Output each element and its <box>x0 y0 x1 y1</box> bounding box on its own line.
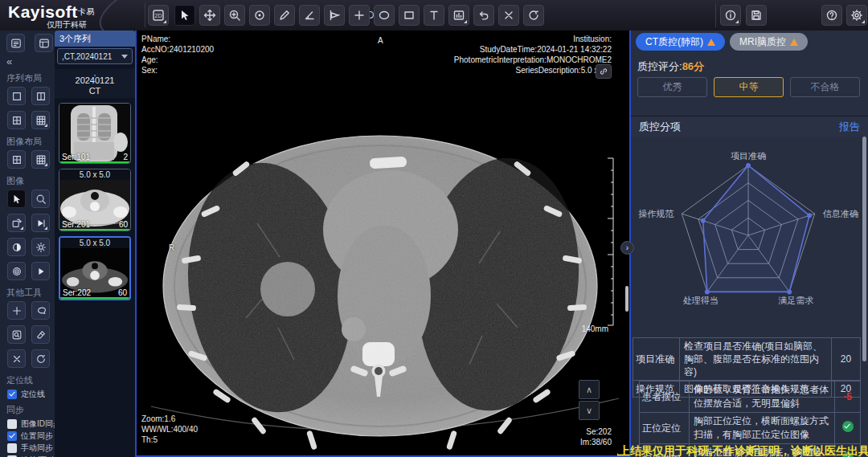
zoom-in-tool-button[interactable] <box>224 5 245 26</box>
image-play-icon[interactable] <box>31 262 50 280</box>
table-row: 患者摆位 仰卧位，双臂上举抱头，患者体位摆放合适，无明显偏斜 -5 <box>640 382 861 413</box>
scroll-up-button[interactable]: ∧ <box>579 380 600 399</box>
text-tool-button[interactable] <box>424 5 444 26</box>
report-link[interactable]: 报告 <box>839 120 860 134</box>
group-date: 20240121 <box>55 75 135 86</box>
crosshair-tool-button[interactable] <box>349 5 370 26</box>
layout-3x3-icon[interactable] <box>31 111 50 129</box>
grade-fail-button[interactable]: 不合格 <box>790 77 860 97</box>
image-target-icon[interactable] <box>7 262 26 280</box>
svg-text:处理得当: 处理得当 <box>683 296 719 305</box>
cobb-angle-tool-button[interactable] <box>324 5 345 26</box>
panel-expander-button[interactable]: › <box>620 241 634 255</box>
section-title-image: 图像 <box>0 172 55 190</box>
orientation-marker-anterior: A <box>378 35 383 46</box>
checkbox-checked-icon <box>7 431 17 441</box>
panel-layout-icon[interactable] <box>35 34 53 52</box>
tools-reset-icon[interactable] <box>31 349 50 368</box>
app-logo-cjk: 卡易 <box>78 7 95 16</box>
help-button[interactable] <box>821 5 842 26</box>
deduction-score: -5 <box>843 391 852 402</box>
save-button[interactable] <box>746 5 767 26</box>
grade-excellent-button[interactable]: 优秀 <box>637 77 707 97</box>
series-panel: 3个序列 ,CT,20240121 , 20240121 CT Ser:1012… <box>55 31 135 457</box>
study-dropdown-value: ,CT,20240121 <box>62 52 112 61</box>
series-count-header: 3个序列 <box>55 31 135 47</box>
image-magnifier-icon[interactable] <box>31 190 50 208</box>
ruler-length-label: 140mm <box>582 324 608 333</box>
tab-mri-qc[interactable]: MRI脑质控 <box>730 33 808 51</box>
image-rotate-icon[interactable] <box>7 214 26 232</box>
2d-view-button[interactable]: 2D <box>148 5 169 26</box>
info-button[interactable] <box>720 5 741 26</box>
image-layout-2x2-icon[interactable] <box>7 150 26 169</box>
svg-text:2D: 2D <box>155 13 162 18</box>
section-title-other-tools: 其他工具 <box>0 284 55 301</box>
image-invert-icon[interactable] <box>7 238 26 256</box>
layout-2x2-icon[interactable] <box>7 111 26 129</box>
undo-button[interactable] <box>473 5 494 26</box>
cursor-tool-button[interactable] <box>174 5 195 26</box>
orientation-marker-right: R <box>169 243 174 253</box>
image-brightness-icon[interactable] <box>31 238 50 256</box>
toolbar-separator <box>715 3 716 27</box>
qc-score-value: 86分 <box>682 60 704 72</box>
image-cine-icon[interactable] <box>31 214 50 232</box>
qc-panel: CT质控(肺部) MRI脑质控 质控评分:86分 优秀 中等 不合格 质控分项 … <box>631 31 868 457</box>
tools-eraser-icon[interactable] <box>31 325 50 344</box>
sidebar-collapse-button[interactable]: « <box>0 54 55 69</box>
tab-ct-qc[interactable]: CT质控(肺部) <box>636 33 725 51</box>
grade-medium-button[interactable]: 中等 <box>714 77 784 97</box>
sync-position-checkbox[interactable]: 位置同步 <box>0 430 55 442</box>
left-tool-sidebar: « 序列布局 图像布局 图像 其他工具 定位线 定位线 同步 <box>0 31 55 457</box>
warning-icon <box>790 39 798 46</box>
thumb-progress-bar <box>59 229 130 231</box>
panel-list-icon[interactable] <box>6 34 25 52</box>
app-logo-subtitle: 仅用于科研 <box>47 19 87 31</box>
thumb-progress-bar <box>60 297 129 299</box>
window-level-tool-button[interactable] <box>448 5 469 26</box>
scale-ruler <box>606 157 614 326</box>
image-layout-3x3-icon[interactable] <box>31 150 50 169</box>
chevron-down-icon <box>121 55 128 59</box>
main-viewport[interactable]: PName: AccNO:2401210200 Age: Sex: A R In… <box>135 29 631 457</box>
ellipse-tool-button[interactable] <box>374 5 395 26</box>
thumb-count: 60 <box>118 288 127 297</box>
tools-comment-icon[interactable] <box>31 301 50 320</box>
group-modality: CT <box>55 86 135 96</box>
series-thumbnail-202[interactable]: 5.0 x 5.0 Ser:20260 <box>59 236 131 300</box>
locator-line-checkbox[interactable]: 定位线 <box>0 389 55 400</box>
pan-tool-button[interactable] <box>199 5 220 26</box>
svg-text:项目准确: 项目准确 <box>731 151 766 161</box>
sync-manual-checkbox[interactable]: 手动同步 <box>0 443 55 454</box>
qc-panel-scrollbar-thumb[interactable] <box>862 137 866 361</box>
study-dropdown[interactable]: ,CT,20240121 <box>57 48 133 64</box>
reset-button[interactable] <box>523 5 544 26</box>
layout-1x2-icon[interactable] <box>31 87 50 105</box>
delete-annotation-button[interactable] <box>498 5 519 26</box>
check-circle-icon <box>842 421 854 432</box>
series-thumbnail-101[interactable]: Ser:1012 <box>59 103 131 164</box>
layout-1x1-icon[interactable] <box>7 87 26 105</box>
settings-button[interactable] <box>846 5 867 26</box>
section-title-series-layout: 序列布局 <box>0 69 55 87</box>
table-row: 项目准确 检查项目是否准确(项目如脑部、胸部、腹部是否在标准的范围内容) 20 <box>633 338 861 381</box>
angle-tool-button[interactable] <box>299 5 320 26</box>
thumb-count: 2 <box>123 153 128 161</box>
series-thumbnail-201[interactable]: 5.0 x 5.0 Ser:20160 <box>59 169 131 231</box>
link-icon[interactable] <box>596 64 612 79</box>
measure-line-tool-button[interactable] <box>274 5 295 26</box>
radar-chart: 项目准确信息准确满足需求处理得当操作规范 <box>631 138 866 336</box>
checkbox-checked-icon <box>7 390 17 399</box>
rectangle-tool-button[interactable] <box>399 5 420 26</box>
qc-score-label: 质控评分: <box>637 60 682 72</box>
tools-delete-icon[interactable] <box>7 349 26 368</box>
image-cursor-icon[interactable] <box>7 190 26 208</box>
tools-add-icon[interactable] <box>7 301 26 320</box>
sync-image-id-checkbox[interactable]: 图像ID同步 <box>0 418 55 430</box>
viewport-scrollbar-thumb[interactable] <box>625 286 628 312</box>
target-tool-button[interactable] <box>249 5 270 26</box>
scroll-down-button[interactable]: ∨ <box>579 401 600 420</box>
tools-box-magnifier-icon[interactable] <box>7 325 26 344</box>
checkbox-icon <box>7 419 17 429</box>
